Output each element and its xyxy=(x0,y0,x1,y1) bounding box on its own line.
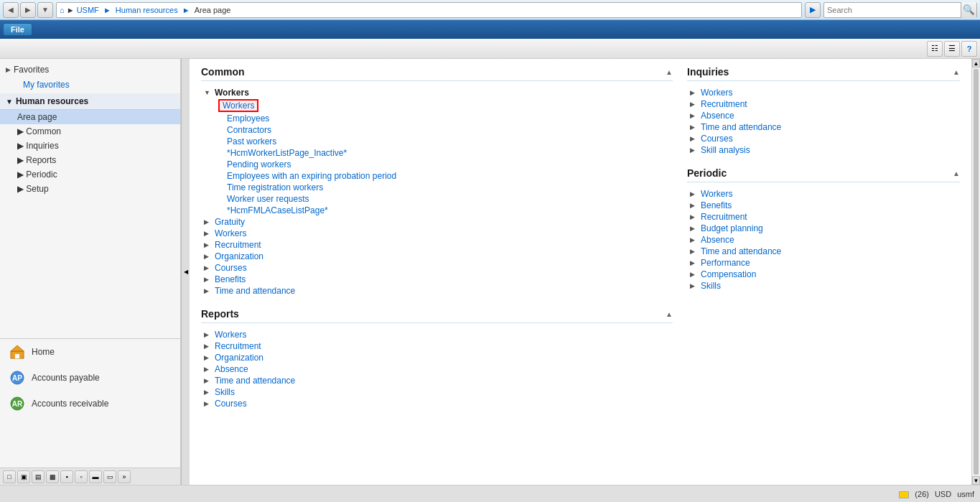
sidebar-item-common[interactable]: ▶ Common xyxy=(0,124,180,139)
forward-button[interactable]: ▶ xyxy=(20,2,36,18)
inq-skill-analysis-item[interactable]: ▶ Skill analysis xyxy=(687,144,960,156)
bottom-icon-5[interactable]: ▪ xyxy=(60,470,73,483)
svg-text:AR: AR xyxy=(12,400,23,408)
search-input[interactable] xyxy=(824,6,961,14)
grid-view-icon[interactable]: ☷ xyxy=(927,41,943,57)
recruitment-label: Recruitment xyxy=(215,240,261,250)
organization-label: Organization xyxy=(215,251,263,261)
per-budget-planning-label: Budget planning xyxy=(701,223,763,233)
right-scrollbar[interactable]: ▲ ▼ xyxy=(971,59,980,485)
per-benefits-item[interactable]: ▶ Benefits xyxy=(687,200,960,211)
time-reg-workers-item[interactable]: Time registration workers xyxy=(213,182,673,193)
inq-skill-analysis-label: Skill analysis xyxy=(701,145,750,155)
periodic-collapse-button[interactable]: ▲ xyxy=(953,169,960,177)
search-button[interactable]: 🔍 xyxy=(961,2,976,18)
workers-highlighted-item[interactable]: Workers xyxy=(213,98,673,113)
sidebar-item-inquiries[interactable]: ▶ Inquiries xyxy=(0,139,180,153)
per-time-attendance-arrow: ▶ xyxy=(690,248,699,255)
my-favorites-item[interactable]: My favorites xyxy=(0,78,180,92)
gratuity-item[interactable]: ▶ Gratuity xyxy=(201,216,673,228)
reports-collapse-button[interactable]: ▲ xyxy=(666,310,673,318)
per-time-attendance-item[interactable]: ▶ Time and attendance xyxy=(687,246,960,257)
reports-skills-label: Skills xyxy=(215,387,235,397)
back-button[interactable]: ◀ xyxy=(3,2,19,18)
my-favorites-label: My favorites xyxy=(23,80,70,90)
reports-courses-item[interactable]: ▶ Courses xyxy=(201,398,673,409)
common-collapse-button[interactable]: ▲ xyxy=(666,68,673,76)
pending-workers-item[interactable]: Pending workers xyxy=(213,159,673,170)
reports-workers-item[interactable]: ▶ Workers xyxy=(201,329,673,340)
nav-accounts-payable[interactable]: AP Accounts payable xyxy=(0,365,180,391)
breadcrumb-usmf[interactable]: USMF xyxy=(77,6,99,14)
bottom-icon-2[interactable]: ▣ xyxy=(17,470,30,483)
inq-courses-item[interactable]: ▶ Courses xyxy=(687,133,960,144)
per-skills-item[interactable]: ▶ Skills xyxy=(687,280,960,292)
scroll-down-button[interactable]: ▼ xyxy=(972,476,980,485)
reports-skills-item[interactable]: ▶ Skills xyxy=(201,386,673,398)
refresh-button[interactable]: ▶ xyxy=(805,2,821,18)
home-label: Home xyxy=(32,347,55,357)
hcm-fmla-item[interactable]: *HcmFMLACaseListPage* xyxy=(213,205,673,216)
inquiries-collapse-button[interactable]: ▲ xyxy=(953,68,960,76)
bottom-icon-4[interactable]: ▩ xyxy=(46,470,59,483)
sidebar-item-setup[interactable]: ▶ Setup xyxy=(0,182,180,196)
inq-absence-label: Absence xyxy=(701,111,734,121)
sidebar-item-periodic[interactable]: ▶ Periodic xyxy=(0,167,180,182)
workers-group-item[interactable]: ▼ Workers xyxy=(201,87,673,98)
human-resources-header[interactable]: ▼ Human resources xyxy=(0,93,180,110)
hcm-inactive-item[interactable]: *HcmWorkerListPage_Inactive* xyxy=(213,147,673,159)
inquiries-label: Inquiries xyxy=(26,141,58,151)
bottom-icon-6[interactable]: ▫ xyxy=(75,470,88,483)
svg-rect-2 xyxy=(15,354,19,358)
recruitment-item[interactable]: ▶ Recruitment xyxy=(201,239,673,251)
reports-organization-item[interactable]: ▶ Organization xyxy=(201,352,673,363)
per-performance-item[interactable]: ▶ Performance xyxy=(687,257,960,269)
pending-workers-link: Pending workers xyxy=(227,159,291,169)
reports-recruitment-item[interactable]: ▶ Recruitment xyxy=(201,340,673,352)
expand-nav-button[interactable]: » xyxy=(118,470,131,483)
status-currency: USD xyxy=(935,490,951,498)
recruitment-arrow: ▶ xyxy=(204,241,213,248)
scroll-thumb[interactable] xyxy=(974,69,979,475)
nav-home[interactable]: Home xyxy=(0,339,180,365)
per-absence-item[interactable]: ▶ Absence xyxy=(687,234,960,246)
worker-user-requests-item[interactable]: Worker user requests xyxy=(213,193,673,205)
inq-workers-label: Workers xyxy=(701,88,732,98)
list-view-icon[interactable]: ☰ xyxy=(944,41,960,57)
past-workers-item[interactable]: Past workers xyxy=(213,136,673,147)
per-recruitment-item[interactable]: ▶ Recruitment xyxy=(687,211,960,223)
bottom-icon-1[interactable]: □ xyxy=(3,470,16,483)
help-icon[interactable]: ? xyxy=(961,41,977,57)
organization-item[interactable]: ▶ Organization xyxy=(201,251,673,262)
per-workers-item[interactable]: ▶ Workers xyxy=(687,188,960,200)
nav-accounts-receivable[interactable]: AR Accounts receivable xyxy=(0,391,180,417)
common-workers-item[interactable]: ▶ Workers xyxy=(201,228,673,239)
inq-recruitment-item[interactable]: ▶ Recruitment xyxy=(687,98,960,110)
reports-time-attendance-item[interactable]: ▶ Time and attendance xyxy=(201,375,673,386)
area-page-item[interactable]: Area page xyxy=(0,110,180,124)
file-menu-button[interactable]: File xyxy=(3,23,32,36)
dropdown-button[interactable]: ▼ xyxy=(37,2,53,18)
per-budget-planning-item[interactable]: ▶ Budget planning xyxy=(687,223,960,234)
inq-time-attendance-item[interactable]: ▶ Time and attendance xyxy=(687,121,960,133)
reports-absence-item[interactable]: ▶ Absence xyxy=(201,363,673,375)
main-content: Common ▲ ▼ Workers Workers xyxy=(190,59,980,485)
sidebar-collapse-handle[interactable]: ◀ xyxy=(181,59,190,485)
courses-item[interactable]: ▶ Courses xyxy=(201,262,673,274)
bottom-icon-3[interactable]: ▤ xyxy=(32,470,45,483)
bottom-icon-8[interactable]: ▭ xyxy=(103,470,116,483)
per-compensation-item[interactable]: ▶ Compensation xyxy=(687,269,960,280)
employees-item[interactable]: Employees xyxy=(213,113,673,124)
per-workers-label: Workers xyxy=(701,189,732,199)
inq-workers-item[interactable]: ▶ Workers xyxy=(687,87,960,98)
time-attendance-item[interactable]: ▶ Time and attendance xyxy=(201,285,673,297)
benefits-item[interactable]: ▶ Benefits xyxy=(201,274,673,285)
contractors-item[interactable]: Contractors xyxy=(213,124,673,136)
favorites-header[interactable]: ▶ Favorites xyxy=(0,62,180,78)
inq-absence-item[interactable]: ▶ Absence xyxy=(687,110,960,121)
sidebar-item-reports[interactable]: ▶ Reports xyxy=(0,153,180,167)
expiring-probation-item[interactable]: Employees with an expiring probation per… xyxy=(213,170,673,182)
bottom-icon-7[interactable]: ▬ xyxy=(89,470,102,483)
breadcrumb-hr[interactable]: Human resources xyxy=(116,6,178,14)
scroll-up-button[interactable]: ▲ xyxy=(972,59,980,68)
